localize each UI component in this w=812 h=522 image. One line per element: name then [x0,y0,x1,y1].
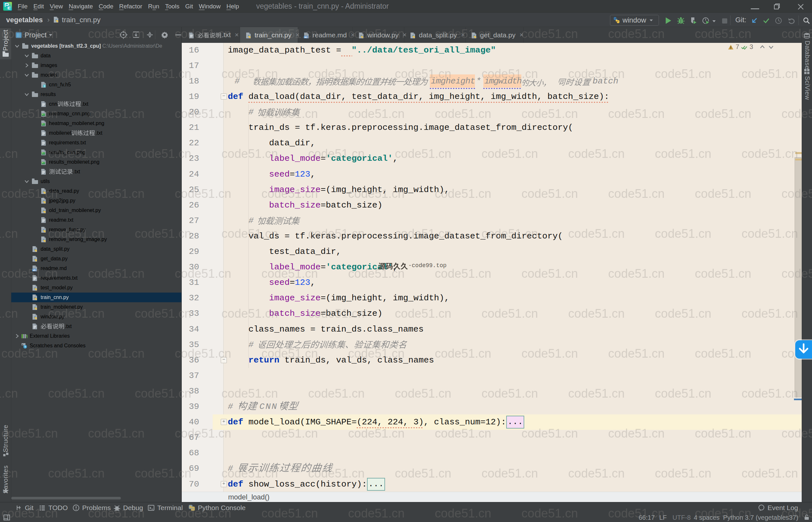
svg-text:MD: MD [304,36,307,38]
svg-text:MD: MD [33,269,36,271]
svg-text:?: ? [43,85,45,88]
